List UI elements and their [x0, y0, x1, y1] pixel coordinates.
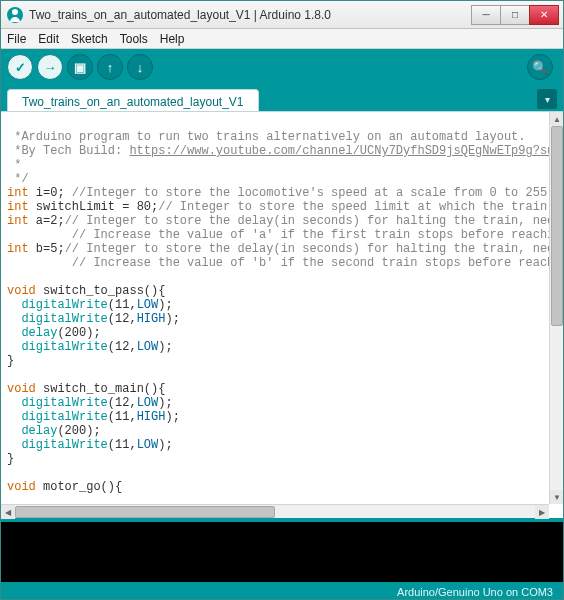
- scroll-down-icon[interactable]: ▼: [550, 490, 564, 504]
- code-text: a=2;: [29, 214, 65, 228]
- menu-bar: File Edit Sketch Tools Help: [1, 29, 563, 49]
- save-button[interactable]: ↓: [127, 54, 153, 80]
- check-icon: ✓: [15, 60, 26, 75]
- code-link: https://www.youtube.com/channel/UCNy7Dyf…: [129, 144, 563, 158]
- code-text: );: [165, 312, 179, 326]
- code-keyword: int: [7, 200, 29, 214]
- scroll-left-icon[interactable]: ◀: [1, 505, 15, 519]
- code-keyword: int: [7, 242, 29, 256]
- magnifier-icon: 🔍: [532, 60, 548, 75]
- code-text: switchLimit = 80;: [29, 200, 159, 214]
- code-func: digitalWrite: [7, 298, 108, 312]
- arrow-up-icon: ↑: [107, 60, 114, 75]
- code-text: i=0;: [29, 186, 72, 200]
- code-text: );: [158, 438, 172, 452]
- code-const: LOW: [137, 340, 159, 354]
- code-text: motor_go(){: [36, 480, 122, 494]
- horizontal-scroll-thumb[interactable]: [15, 506, 275, 518]
- board-port-status: Arduino/Genuino Uno on COM3: [397, 586, 553, 598]
- window-buttons: ─ □ ✕: [472, 5, 559, 25]
- console-output[interactable]: [1, 522, 563, 582]
- status-bar: Arduino/Genuino Uno on COM3: [1, 582, 563, 600]
- code-keyword: int: [7, 186, 29, 200]
- code-text: (11,: [108, 410, 137, 424]
- code-text: (200);: [57, 424, 100, 438]
- menu-help[interactable]: Help: [160, 32, 185, 46]
- code-func: digitalWrite: [7, 340, 108, 354]
- vertical-scrollbar[interactable]: ▲ ▼: [549, 112, 563, 504]
- code-func: digitalWrite: [7, 438, 108, 452]
- file-icon: ▣: [74, 60, 86, 75]
- code-func: delay: [7, 424, 57, 438]
- code-text: (11,: [108, 438, 137, 452]
- maximize-button[interactable]: □: [500, 5, 530, 25]
- menu-file[interactable]: File: [7, 32, 26, 46]
- tab-menu-button[interactable]: ▾: [537, 89, 557, 109]
- arrow-down-icon: ↓: [137, 60, 144, 75]
- code-comment: // Integer to store the delay(in seconds…: [65, 242, 563, 256]
- arduino-app-icon: [7, 7, 23, 23]
- code-text: (12,: [108, 396, 137, 410]
- serial-monitor-button[interactable]: 🔍: [527, 54, 553, 80]
- code-comment: *Arduino program to run two trains alter…: [7, 130, 525, 144]
- code-comment: //Integer to store the locomotive's spee…: [72, 186, 554, 200]
- scroll-right-icon[interactable]: ▶: [535, 505, 549, 519]
- code-text: );: [158, 340, 172, 354]
- code-text: );: [165, 410, 179, 424]
- code-func: digitalWrite: [7, 396, 108, 410]
- code-comment: // Integer to store the speed limit at w…: [158, 200, 563, 214]
- code-func: delay: [7, 326, 57, 340]
- tab-sketch[interactable]: Two_trains_on_an_automated_layout_V1: [7, 89, 259, 111]
- code-text: (12,: [108, 340, 137, 354]
- code-text: (11,: [108, 298, 137, 312]
- code-text: );: [158, 396, 172, 410]
- code-func: digitalWrite: [7, 312, 108, 326]
- scroll-up-icon[interactable]: ▲: [550, 112, 564, 126]
- code-const: HIGH: [137, 410, 166, 424]
- code-keyword: int: [7, 214, 29, 228]
- code-comment: */: [7, 172, 29, 186]
- code-text: b=5;: [29, 242, 65, 256]
- upload-button[interactable]: →: [37, 54, 63, 80]
- window-title: Two_trains_on_an_automated_layout_V1 | A…: [29, 8, 472, 22]
- close-button[interactable]: ✕: [529, 5, 559, 25]
- menu-tools[interactable]: Tools: [120, 32, 148, 46]
- minimize-button[interactable]: ─: [471, 5, 501, 25]
- code-editor[interactable]: *Arduino program to run two trains alter…: [1, 112, 563, 504]
- code-const: LOW: [137, 438, 159, 452]
- new-button[interactable]: ▣: [67, 54, 93, 80]
- tab-label: Two_trains_on_an_automated_layout_V1: [22, 95, 244, 109]
- arrow-right-icon: →: [44, 60, 57, 75]
- menu-sketch[interactable]: Sketch: [71, 32, 108, 46]
- horizontal-scrollbar[interactable]: ◀ ▶: [1, 504, 549, 518]
- toolbar: ✓ → ▣ ↑ ↓ 🔍: [1, 49, 563, 85]
- code-keyword: void: [7, 480, 36, 494]
- code-comment: *: [7, 158, 21, 172]
- code-comment: // Increase the value of 'a' if the firs…: [7, 228, 563, 242]
- code-comment: // Increase the value of 'b' if the seco…: [7, 256, 563, 270]
- code-comment: // Integer to store the delay(in seconds…: [65, 214, 563, 228]
- code-text: switch_to_pass(){: [36, 284, 166, 298]
- vertical-scroll-thumb[interactable]: [551, 126, 563, 326]
- code-keyword: void: [7, 382, 36, 396]
- code-const: LOW: [137, 298, 159, 312]
- code-comment: *By Tech Build:: [7, 144, 129, 158]
- menu-edit[interactable]: Edit: [38, 32, 59, 46]
- code-func: digitalWrite: [7, 410, 108, 424]
- code-text: switch_to_main(){: [36, 382, 166, 396]
- code-text: (200);: [57, 326, 100, 340]
- code-text: (12,: [108, 312, 137, 326]
- open-button[interactable]: ↑: [97, 54, 123, 80]
- code-text: );: [158, 298, 172, 312]
- code-text: }: [7, 452, 14, 466]
- code-text: }: [7, 354, 14, 368]
- editor-area: *Arduino program to run two trains alter…: [1, 111, 563, 504]
- code-const: LOW: [137, 396, 159, 410]
- code-const: HIGH: [137, 312, 166, 326]
- chevron-down-icon: ▾: [545, 94, 550, 105]
- title-bar: Two_trains_on_an_automated_layout_V1 | A…: [1, 1, 563, 29]
- verify-button[interactable]: ✓: [7, 54, 33, 80]
- tab-strip: Two_trains_on_an_automated_layout_V1 ▾: [1, 85, 563, 111]
- code-keyword: void: [7, 284, 36, 298]
